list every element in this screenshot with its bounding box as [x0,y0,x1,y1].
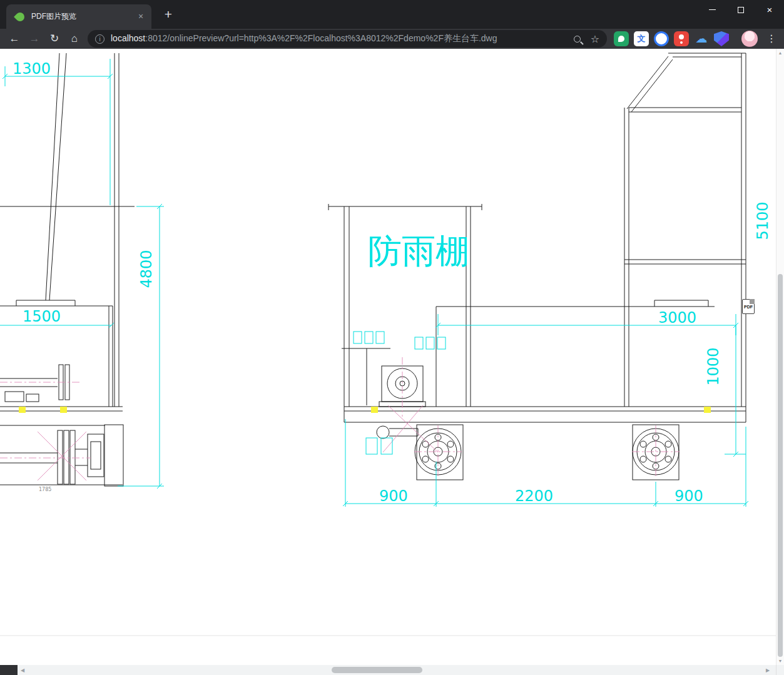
reload-button[interactable]: ↻ [45,29,64,49]
bookmark-star-icon[interactable]: ☆ [591,33,599,45]
close-icon: × [767,5,773,14]
address-bar[interactable]: i localhost:8012/onlinePreview?url=http%… [88,30,607,48]
pink-centerlines [0,357,680,478]
url-rest: :8012/onlinePreview?url=http%3A%2F%2Floc… [145,33,497,43]
extension-icon-shield[interactable] [714,31,729,46]
window-controls: × [698,0,784,19]
canopy-label: 防雨棚 [368,231,469,271]
pdf-file-label: PDF [743,305,754,309]
pdf-file-icon[interactable]: PDF [742,299,755,314]
horizontal-scrollbar[interactable]: ◀ ▶ [0,665,784,675]
url-host: localhost [111,33,145,43]
tab-title: PDF图片预览 [31,11,135,22]
dim-1785: 1785 [39,487,51,492]
favicon-spring-leaf-icon [14,11,26,23]
browser-toolbar: ← → ↻ ⌂ i localhost:8012/onlinePreview?u… [0,29,784,49]
dim-4800: 4800 [138,250,155,288]
vertical-scrollbar[interactable]: ▲ ▼ [776,49,784,665]
scroll-down-arrow-icon[interactable]: ▼ [776,659,784,663]
tab-strip: PDF图片预览 × + × [0,0,784,29]
scrollbar-dark-corner [0,665,18,675]
horizontal-scrollbar-thumb[interactable] [332,667,422,673]
scroll-left-arrow-icon[interactable]: ◀ [21,667,24,673]
left-elevation-lines [0,53,135,486]
close-button[interactable]: × [755,0,784,19]
dim-1300: 1300 [13,60,51,78]
vertical-scrollbar-thumb[interactable] [778,274,783,657]
forward-button[interactable]: → [25,29,44,49]
browser-tab[interactable]: PDF图片预览 × [6,4,151,29]
extension-icon-cloud[interactable]: ☁ [694,31,709,46]
extension-icon-red[interactable] [674,31,689,46]
dim-900-left: 900 [379,487,408,505]
url-text: localhost:8012/onlinePreview?url=http%3A… [111,33,569,44]
dim-1000: 1000 [705,347,722,385]
dim-900-right: 900 [675,487,703,505]
profile-avatar[interactable] [741,31,758,47]
dim-5100: 5100 [754,201,771,240]
maximize-button[interactable] [726,0,755,19]
cad-drawing: 1300 4800 1500 5100 3000 1000 900 2200 9… [0,49,776,665]
new-tab-button[interactable]: + [161,7,176,22]
back-button[interactable]: ← [5,29,24,49]
extension-icon-blue-ring[interactable] [654,31,669,46]
browser-menu-button[interactable]: ⋮ [764,29,779,49]
dim-2200: 2200 [515,487,553,505]
zoom-icon[interactable] [574,36,581,43]
extension-icon-translate[interactable]: 文 [634,31,649,46]
scroll-up-arrow-icon[interactable]: ▲ [776,51,784,55]
home-button[interactable]: ⌂ [65,29,84,49]
highlight-marks [19,407,711,413]
minimize-icon [709,9,716,10]
page-content-dwg-preview: 1300 4800 1500 5100 3000 1000 900 2200 9… [0,49,776,665]
dim-1500: 1500 [23,308,61,325]
scrollbar-corner [776,665,784,675]
dim-3000: 3000 [658,309,696,327]
maximize-icon [738,7,744,13]
extension-icon-green[interactable] [614,31,629,46]
minimize-button[interactable] [698,0,726,19]
tab-close-icon[interactable]: × [135,11,146,23]
page-info-icon[interactable]: i [95,34,104,44]
scroll-right-arrow-icon[interactable]: ▶ [766,667,770,673]
